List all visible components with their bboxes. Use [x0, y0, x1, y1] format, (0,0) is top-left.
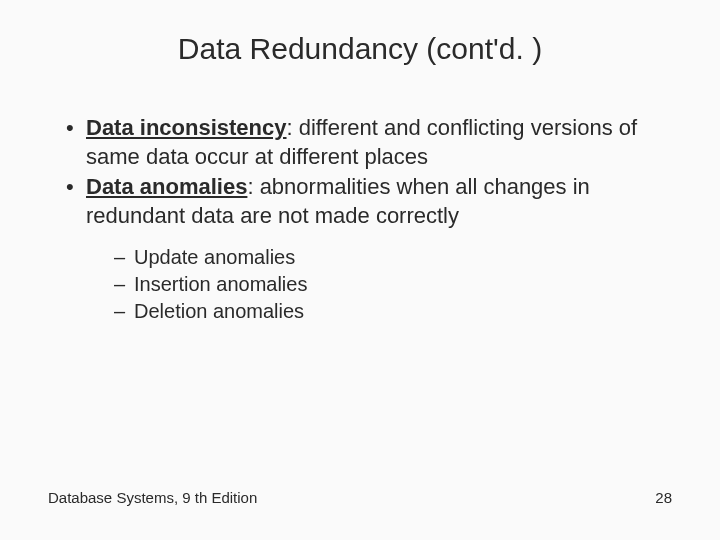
list-item: Deletion anomalies	[114, 298, 672, 325]
footer-source: Database Systems, 9 th Edition	[48, 489, 257, 506]
list-item: Data inconsistency: different and confli…	[66, 114, 672, 171]
bullet-list: Data inconsistency: different and confli…	[48, 114, 672, 325]
list-item: Update anomalies	[114, 244, 672, 271]
slide-title: Data Redundancy (cont'd. )	[48, 32, 672, 66]
list-item: Insertion anomalies	[114, 271, 672, 298]
list-item: Data anomalies: abnormalities when all c…	[66, 173, 672, 325]
term: Data inconsistency	[86, 115, 287, 140]
sub-bullet-list: Update anomalies Insertion anomalies Del…	[86, 244, 672, 325]
term: Data anomalies	[86, 174, 247, 199]
slide-footer: Database Systems, 9 th Edition 28	[48, 489, 672, 506]
page-number: 28	[655, 489, 672, 506]
